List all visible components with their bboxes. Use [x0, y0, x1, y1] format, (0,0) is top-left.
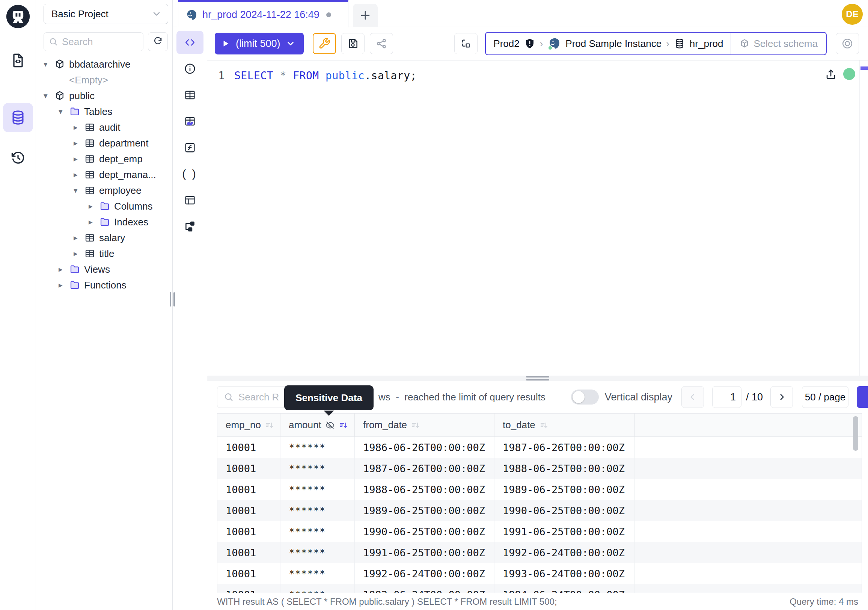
table-row[interactable]: 10001******1990-06-25T00:00:00Z1991-06-2…: [217, 521, 862, 542]
table-cell[interactable]: ******: [281, 521, 355, 542]
tree-caret-icon[interactable]: ▸: [74, 154, 84, 163]
tab-hr-prod[interactable]: hr_prod 2024-11-22 16:49: [178, 0, 349, 28]
table-cell[interactable]: 10001: [217, 437, 281, 458]
run-query-button[interactable]: (limit 500): [215, 33, 304, 54]
tree-item-bbdataarchive[interactable]: ▾bbdataarchive: [36, 56, 172, 72]
sidebar-resize-handle[interactable]: [170, 292, 175, 306]
code-tab-panel-button[interactable]: [177, 31, 203, 54]
table-cell[interactable]: 1987-06-26T00:00:00Z: [494, 437, 635, 458]
connection-context-button[interactable]: [454, 33, 477, 54]
page-number-input[interactable]: 1: [712, 386, 741, 408]
share-button[interactable]: [370, 33, 393, 54]
sql-file-nav-button[interactable]: [3, 46, 33, 75]
table-row[interactable]: 10001******1988-06-25T00:00:00Z1989-06-2…: [217, 479, 862, 500]
tree-item-department[interactable]: ▸department: [36, 135, 172, 151]
schema-selector[interactable]: Select schema: [731, 33, 826, 54]
table-cell[interactable]: [635, 521, 862, 542]
table-cell[interactable]: ******: [281, 584, 355, 593]
sql-editor[interactable]: 1 SELECT * FROM public.salary;: [207, 60, 868, 376]
table-cell[interactable]: 10001: [217, 521, 281, 542]
refresh-button[interactable]: [148, 32, 168, 51]
tree-caret-icon[interactable]: ▸: [88, 217, 99, 227]
results-scrollbar[interactable]: [853, 416, 858, 451]
table-panel-button[interactable]: [177, 83, 203, 107]
tree-caret-icon[interactable]: ▸: [74, 123, 84, 132]
table-row[interactable]: 10001******1989-06-25T00:00:00Z1990-06-2…: [217, 500, 862, 521]
table-masking-panel-button[interactable]: [177, 110, 203, 133]
table-structure-panel-button[interactable]: [177, 189, 203, 212]
table-cell[interactable]: ******: [281, 563, 355, 584]
table-row[interactable]: 10001******1993-06-24T00:00:00Z1994-06-2…: [217, 584, 862, 593]
tree-item-columns[interactable]: ▸Columns: [36, 198, 172, 214]
tree-item-employee[interactable]: ▾employee: [36, 183, 172, 198]
tree-item-functions[interactable]: ▸Functions: [36, 277, 172, 293]
tree-item-indexes[interactable]: ▸Indexes: [36, 214, 172, 230]
table-cell[interactable]: 1989-06-25T00:00:00Z: [355, 500, 494, 521]
tree-caret-icon[interactable]: ▾: [43, 91, 54, 100]
function-panel-button[interactable]: [177, 136, 203, 159]
table-cell[interactable]: 1991-06-25T00:00:00Z: [355, 542, 494, 563]
user-avatar[interactable]: DE: [842, 4, 863, 25]
sort-icon[interactable]: [411, 420, 420, 430]
table-cell[interactable]: 1988-06-25T00:00:00Z: [355, 479, 494, 500]
table-cell[interactable]: [635, 584, 862, 593]
tree-caret-icon[interactable]: ▸: [88, 202, 99, 211]
parentheses-panel-button[interactable]: ( ): [177, 162, 203, 186]
tree-item-empty[interactable]: <Empty>: [36, 72, 172, 88]
history-nav-button[interactable]: [3, 143, 33, 173]
table-cell[interactable]: 1991-06-25T00:00:00Z: [494, 521, 635, 542]
tree-item-dept-emp[interactable]: ▸dept_emp: [36, 151, 172, 167]
database-breadcrumb[interactable]: Prod2 › Prod Sample Instance: [486, 37, 731, 50]
table-cell[interactable]: [635, 479, 862, 500]
results-action-button[interactable]: [857, 386, 868, 408]
table-cell[interactable]: 1994-06-24T00:00:00Z: [494, 584, 635, 593]
prev-page-button[interactable]: [681, 386, 704, 408]
tree-item-tables[interactable]: ▾Tables: [36, 104, 172, 120]
table-cell[interactable]: 1989-06-25T00:00:00Z: [494, 479, 635, 500]
table-cell[interactable]: 10001: [217, 458, 281, 479]
page-size-selector[interactable]: 50 / page: [802, 386, 848, 408]
database-nav-button[interactable]: [3, 103, 33, 132]
query-options-button[interactable]: [313, 33, 336, 54]
upload-sheet-button[interactable]: [825, 68, 837, 81]
save-sheet-button[interactable]: [341, 33, 364, 54]
panel-resize-handle[interactable]: [207, 376, 868, 381]
table-cell[interactable]: ******: [281, 479, 355, 500]
sidebar-search-input[interactable]: [62, 36, 138, 48]
table-cell[interactable]: 1988-06-25T00:00:00Z: [494, 458, 635, 479]
sort-icon[interactable]: [265, 420, 274, 430]
tree-caret-icon[interactable]: ▸: [59, 265, 69, 274]
table-cell[interactable]: [635, 542, 862, 563]
table-cell[interactable]: 1993-06-24T00:00:00Z: [494, 563, 635, 584]
tree-item-salary[interactable]: ▸salary: [36, 230, 172, 246]
column-header-amount[interactable]: amount: [281, 414, 355, 436]
next-page-button[interactable]: [770, 386, 793, 408]
table-row[interactable]: 10001******1987-06-26T00:00:00Z1988-06-2…: [217, 458, 862, 479]
tree-item-views[interactable]: ▸Views: [36, 261, 172, 277]
table-cell[interactable]: 1986-06-26T00:00:00Z: [355, 437, 494, 458]
tree-caret-icon[interactable]: ▸: [74, 249, 84, 258]
tree-caret-icon[interactable]: ▸: [74, 170, 84, 179]
vertical-display-toggle[interactable]: [571, 390, 599, 405]
table-cell[interactable]: 1987-06-26T00:00:00Z: [355, 458, 494, 479]
tree-caret-icon[interactable]: ▾: [74, 186, 84, 195]
table-cell[interactable]: 10001: [217, 584, 281, 593]
tree-item-title[interactable]: ▸title: [36, 246, 172, 261]
table-cell[interactable]: 10001: [217, 500, 281, 521]
column-header-to_date[interactable]: to_date: [494, 414, 635, 436]
table-cell[interactable]: [635, 458, 862, 479]
table-row[interactable]: 10001******1991-06-25T00:00:00Z1992-06-2…: [217, 542, 862, 563]
schema-diagram-panel-button[interactable]: [177, 215, 203, 238]
tree-caret-icon[interactable]: ▾: [43, 60, 54, 69]
table-cell[interactable]: ******: [281, 542, 355, 563]
tree-caret-icon[interactable]: ▸: [74, 233, 84, 242]
table-cell[interactable]: ******: [281, 500, 355, 521]
table-row[interactable]: 10001******1986-06-26T00:00:00Z1987-06-2…: [217, 437, 862, 458]
table-row[interactable]: 10001******1992-06-24T00:00:00Z1993-06-2…: [217, 563, 862, 584]
tree-item-public[interactable]: ▾public: [36, 88, 172, 104]
tree-item-audit[interactable]: ▸audit: [36, 120, 172, 135]
sidebar-search[interactable]: [43, 32, 143, 51]
column-header-emp_no[interactable]: emp_no: [217, 414, 281, 436]
info-panel-button[interactable]: [177, 57, 203, 81]
new-tab-button[interactable]: [353, 4, 378, 27]
